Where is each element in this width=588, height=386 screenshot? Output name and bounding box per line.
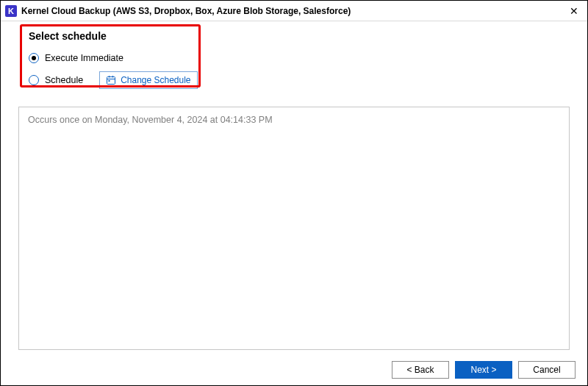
- schedule-block: Select schedule Execute Immediate Schedu…: [18, 29, 570, 96]
- schedule-heading: Select schedule: [29, 30, 559, 42]
- radio-execute-immediate[interactable]: [29, 53, 39, 63]
- schedule-description-panel: Occurs once on Monday, November 4, 2024 …: [18, 107, 570, 350]
- option-schedule[interactable]: Schedule Change Schedule: [29, 71, 559, 89]
- app-icon: K: [5, 5, 17, 17]
- radio-schedule-label: Schedule: [45, 75, 83, 85]
- schedule-description-text: Occurs once on Monday, November 4, 2024 …: [28, 115, 273, 125]
- footer: < Back Next > Cancel: [1, 354, 587, 385]
- close-button[interactable]: ✕: [561, 1, 587, 21]
- cancel-button[interactable]: Cancel: [518, 361, 576, 379]
- window-title: Kernel Cloud Backup (AWS S3, Dropbox, Bo…: [21, 6, 351, 16]
- svg-rect-4: [109, 80, 110, 82]
- content-area: Select schedule Execute Immediate Schedu…: [1, 21, 587, 354]
- radio-execute-immediate-label: Execute Immediate: [45, 53, 123, 63]
- titlebar: K Kernel Cloud Backup (AWS S3, Dropbox, …: [1, 1, 587, 21]
- window-root: K Kernel Cloud Backup (AWS S3, Dropbox, …: [0, 0, 588, 386]
- change-schedule-button[interactable]: Change Schedule: [99, 71, 197, 89]
- svg-rect-0: [107, 77, 115, 85]
- close-icon: ✕: [570, 5, 578, 17]
- next-button[interactable]: Next >: [455, 361, 512, 379]
- back-button[interactable]: < Back: [392, 361, 449, 379]
- option-execute-immediate[interactable]: Execute Immediate: [29, 49, 559, 67]
- change-schedule-button-label: Change Schedule: [121, 75, 190, 85]
- radio-schedule[interactable]: [29, 75, 39, 85]
- calendar-icon: [106, 75, 116, 85]
